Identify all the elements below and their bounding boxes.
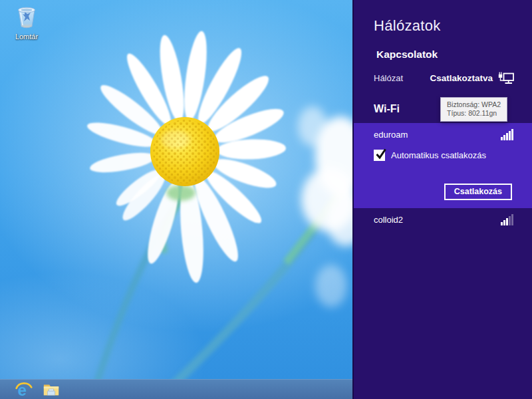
recycle-bin-icon <box>15 5 38 29</box>
connections-heading: Kapcsolatok <box>376 49 438 61</box>
wired-network-status: Csatlakoztatva <box>430 73 493 83</box>
panel-title: Hálózatok <box>374 17 441 35</box>
wired-network-icon <box>497 71 515 85</box>
wifi-network-name: eduroam <box>374 130 500 140</box>
connect-button[interactable]: Csatlakozás <box>444 184 512 200</box>
wired-network-label: Hálózat <box>374 73 430 83</box>
file-explorer-icon[interactable] <box>41 380 61 399</box>
recycle-bin-shortcut[interactable]: Lomtár <box>8 5 45 41</box>
wifi-security-tooltip: Biztonság: WPA2 Típus: 802.11gn <box>440 97 507 122</box>
auto-connect-label: Automatikus csatlakozás <box>391 150 486 160</box>
auto-connect-row[interactable]: Automatikus csatlakozás <box>374 150 486 161</box>
signal-strength-icon <box>500 214 513 225</box>
tooltip-type-line: Típus: 802.11gn <box>447 109 501 118</box>
auto-connect-checkbox[interactable] <box>374 150 385 161</box>
checkmark-icon <box>375 148 387 161</box>
internet-explorer-icon[interactable]: e <box>13 380 33 399</box>
signal-strength-icon <box>500 129 513 140</box>
wifi-network-name: colloid2 <box>374 215 500 225</box>
wired-network-row[interactable]: Hálózat Csatlakoztatva <box>374 71 515 85</box>
networks-panel: Hálózatok Kapcsolatok Hálózat Csatlakozt… <box>352 0 532 399</box>
wifi-heading: Wi-Fi <box>374 103 400 115</box>
recycle-bin-label: Lomtár <box>8 33 45 41</box>
tooltip-security-line: Biztonság: WPA2 <box>447 100 501 109</box>
wifi-network-eduroam[interactable]: eduroam Automatikus csatlakozás Csatlako… <box>354 123 532 208</box>
wifi-network-colloid2[interactable]: colloid2 <box>354 208 532 231</box>
